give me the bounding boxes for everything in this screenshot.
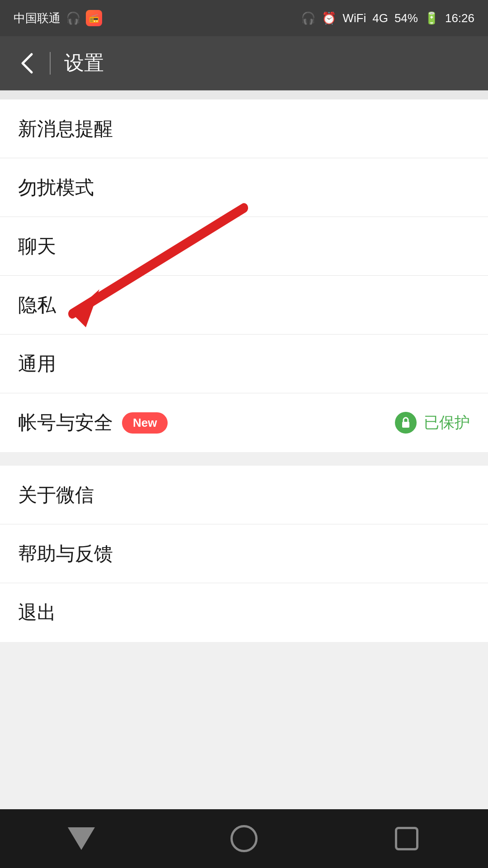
nav-back-button[interactable] [54,821,108,857]
new-message-label: 新消息提醒 [18,116,113,142]
status-bar: 中国联通 🎧 📻 🎧 ⏰ WiFi 4G 54% 🔋 16:26 [0,0,488,36]
menu-item-general[interactable]: 通用 [0,335,488,393]
recent-square-icon [395,827,418,850]
battery-text: 54% [394,11,418,25]
new-badge: New [122,412,168,434]
general-label: 通用 [18,351,56,377]
about-wechat-label: 关于微信 [18,482,94,508]
home-circle-icon [230,825,258,852]
menu-item-chat[interactable]: 聊天 [0,217,488,276]
menu-item-help-feedback[interactable]: 帮助与反馈 [0,524,488,583]
headphone-icon: 🎧 [66,11,80,25]
top-separator [0,90,488,99]
menu-item-general-left: 通用 [18,351,56,377]
back-triangle-icon [68,827,95,850]
logout-label: 退出 [18,600,56,625]
wifi-icon: WiFi [343,11,366,25]
bottom-navigation [0,809,488,868]
svg-rect-0 [402,422,409,428]
status-right: 🎧 ⏰ WiFi 4G 54% 🔋 16:26 [301,11,474,25]
carrier-text: 中国联通 [14,10,61,26]
menu-item-new-message[interactable]: 新消息提醒 [0,99,488,158]
menu-item-chat-left: 聊天 [18,234,56,259]
account-security-label: 帐号与安全 [18,410,113,435]
alarm-icon: ⏰ [322,11,336,25]
headset-icon: 🎧 [301,11,315,25]
menu-item-account-security[interactable]: 帐号与安全 New 已保护 [0,393,488,452]
time-display: 16:26 [445,11,474,25]
header-divider [50,52,51,75]
settings-group-1: 新消息提醒 勿扰模式 聊天 隐私 通用 帐号与安全 N [0,99,488,452]
bottom-fill [0,642,488,823]
privacy-label: 隐私 [18,292,56,318]
content-area: 新消息提醒 勿扰模式 聊天 隐私 通用 帐号与安全 N [0,90,488,823]
signal-text: 4G [372,11,388,25]
carrier-icon: 📻 [86,10,102,26]
settings-group-2: 关于微信 帮助与反馈 退出 [0,466,488,642]
status-left: 中国联通 🎧 📻 [14,10,102,26]
nav-home-button[interactable] [217,821,271,857]
menu-item-new-message-left: 新消息提醒 [18,116,113,142]
help-feedback-label: 帮助与反馈 [18,541,113,566]
menu-item-account-left: 帐号与安全 New [18,410,168,435]
menu-item-about-wechat[interactable]: 关于微信 [0,466,488,524]
chat-label: 聊天 [18,234,56,259]
back-button[interactable] [18,52,36,75]
menu-item-dnd-left: 勿扰模式 [18,175,94,200]
app-header: 设置 [0,36,488,90]
menu-item-privacy-left: 隐私 [18,292,56,318]
lock-icon [395,412,417,434]
section-gap [0,452,488,466]
menu-item-privacy[interactable]: 隐私 [0,276,488,335]
menu-item-dnd[interactable]: 勿扰模式 [0,158,488,217]
battery-icon: 🔋 [424,11,439,25]
protected-text: 已保护 [424,412,470,433]
dnd-label: 勿扰模式 [18,175,94,200]
menu-item-account-right: 已保护 [395,412,470,434]
menu-item-logout[interactable]: 退出 [0,583,488,642]
nav-recent-button[interactable] [380,821,434,857]
page-title: 设置 [64,50,104,76]
